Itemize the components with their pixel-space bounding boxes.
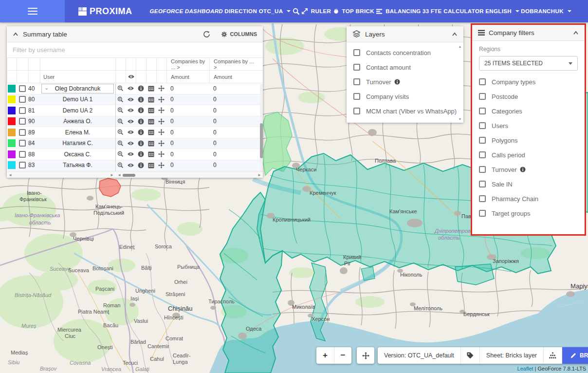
layers-scrollbar[interactable]: ▲▼ — [458, 45, 462, 121]
col-header-user[interactable]: User — [40, 71, 115, 83]
col-header-visibility[interactable] — [126, 71, 136, 83]
row-checkbox[interactable] — [19, 107, 26, 114]
move-button[interactable] — [156, 129, 166, 135]
table-row[interactable]: 84Наталия С.00 — [7, 138, 263, 149]
layer-contact-amount[interactable]: Contact amount — [353, 60, 463, 75]
row-checkbox[interactable] — [19, 118, 26, 125]
zoom-to-user-button[interactable] — [115, 162, 126, 168]
brush-button[interactable]: BRUSH — [562, 347, 588, 364]
row-checkbox[interactable] — [19, 140, 26, 147]
filter-turnover[interactable]: Turnover — [479, 162, 585, 177]
table-vscrollbar[interactable] — [260, 84, 263, 171]
group-header-companies-2[interactable]: Companies by ... > — [209, 58, 257, 70]
info-button[interactable] — [136, 151, 146, 157]
info-button[interactable] — [136, 107, 146, 113]
brand-logo[interactable]: PROXIMA — [78, 6, 132, 17]
zoom-to-user-button[interactable] — [115, 151, 126, 157]
checkbox[interactable] — [353, 93, 360, 100]
move-button[interactable] — [156, 107, 166, 113]
table-row[interactable]: 40⌄Oleg Dobranchuk00 — [7, 83, 263, 94]
zoom-to-user-button[interactable] — [115, 140, 126, 147]
visibility-button[interactable] — [126, 86, 136, 91]
columns-button[interactable]: COLUMNS — [221, 31, 257, 37]
info-button[interactable] — [136, 96, 146, 103]
scrollbar-thumb[interactable] — [123, 174, 135, 177]
filter-company-types[interactable]: Company types — [479, 75, 585, 89]
checkbox[interactable] — [353, 78, 360, 85]
filter-target-groups[interactable]: Target groups — [479, 206, 585, 221]
info-button[interactable] — [136, 85, 146, 92]
checkbox[interactable] — [353, 49, 360, 56]
layer-mcm-chart-viber-vs-whatsapp-[interactable]: MCM chart (Viber vs WhatsApp) — [353, 104, 463, 118]
checkbox[interactable] — [479, 137, 486, 144]
filter-sale-in[interactable]: Sale IN — [479, 177, 585, 191]
calendar-button[interactable] — [146, 129, 156, 135]
nav-search-button[interactable] — [293, 8, 300, 15]
zoom-to-user-button[interactable] — [115, 85, 126, 92]
checkbox[interactable] — [479, 93, 486, 100]
left-pane-hscrollbar[interactable]: ◄► — [7, 171, 115, 178]
tag-button[interactable] — [461, 347, 480, 364]
filter-categories[interactable]: Categories — [479, 104, 585, 118]
nav-balancing[interactable]: BALANCING — [376, 8, 421, 15]
zoom-to-user-button[interactable] — [115, 118, 126, 125]
checkbox[interactable] — [479, 122, 486, 129]
calendar-button[interactable] — [146, 118, 156, 125]
checkbox[interactable] — [479, 195, 486, 202]
nav-ruler[interactable]: RULER — [301, 8, 331, 15]
regions-select[interactable]: 25 ITEMS SELECTED — [479, 56, 578, 71]
checkbox[interactable] — [479, 166, 486, 173]
checkbox[interactable] — [479, 151, 486, 158]
calendar-button[interactable] — [146, 162, 156, 168]
move-button[interactable] — [156, 96, 166, 103]
nav-dashboard[interactable]: DASHBOARD — [185, 8, 223, 14]
refresh-icon[interactable] — [203, 31, 210, 38]
visibility-button[interactable] — [126, 163, 136, 168]
username-cell[interactable]: ⌄Oleg Dobranchuk — [41, 84, 114, 93]
version-selector[interactable]: Version: OTC_UA_default — [378, 347, 461, 364]
filter-users[interactable]: Users — [479, 118, 585, 133]
calendar-button[interactable] — [146, 140, 156, 147]
layer-contacts-concentration[interactable]: Contacts concentration — [353, 45, 463, 60]
checkbox[interactable] — [353, 64, 360, 71]
table-row[interactable]: 80Demo UA 100 — [7, 94, 263, 106]
username-filter-input[interactable] — [7, 42, 263, 57]
pan-button[interactable] — [357, 347, 374, 364]
row-checkbox[interactable] — [19, 162, 26, 168]
filter-postcode[interactable]: Postcode — [479, 89, 585, 104]
row-checkbox[interactable] — [19, 96, 26, 103]
calendar-button[interactable] — [146, 151, 156, 157]
move-button[interactable] — [156, 151, 166, 157]
green-district[interactable] — [262, 112, 292, 175]
layer-company-visits[interactable]: Company visits — [353, 89, 463, 104]
visibility-button[interactable] — [126, 130, 136, 135]
checkbox[interactable] — [353, 108, 360, 114]
nav-user-dropdown[interactable]: DOBRANCHUK — [521, 8, 571, 14]
nav-geoforce[interactable]: GEOFORCE — [150, 8, 184, 14]
checkbox[interactable] — [479, 108, 486, 114]
info-button[interactable] — [136, 140, 146, 147]
nav-direction-dropdown[interactable]: DIRECTION OTC_UA — [224, 8, 291, 14]
collapse-chevron-icon[interactable] — [452, 32, 458, 37]
zoom-to-user-button[interactable] — [115, 107, 126, 113]
zoom-to-user-button[interactable] — [115, 96, 126, 103]
filter-polygons[interactable]: Polygons — [479, 133, 585, 148]
info-button[interactable] — [136, 129, 146, 135]
table-row[interactable]: 88Оксана С.00 — [7, 149, 263, 160]
row-checkbox[interactable] — [19, 129, 26, 136]
row-checkbox[interactable] — [19, 151, 26, 158]
zoom-to-user-button[interactable] — [115, 129, 126, 135]
move-button[interactable] — [156, 140, 166, 147]
info-button[interactable] — [136, 118, 146, 125]
calendar-button[interactable] — [146, 107, 156, 113]
scrollbar-thumb[interactable] — [260, 123, 263, 158]
nav-fte-calculator[interactable]: FTE CALCULATOR — [431, 8, 484, 14]
row-checkbox[interactable] — [19, 85, 26, 92]
group-header-companies-1[interactable]: Companies by ... > — [166, 58, 209, 70]
move-button[interactable] — [156, 162, 166, 168]
col-header-amount-1[interactable]: Amount — [166, 71, 209, 83]
nav-top-brick[interactable]: TOP BRICK — [333, 8, 374, 15]
calendar-button[interactable] — [146, 96, 156, 103]
scroll-up-icon[interactable]: ▲ — [459, 45, 462, 48]
leaflet-link[interactable]: Leaflet — [517, 366, 533, 372]
